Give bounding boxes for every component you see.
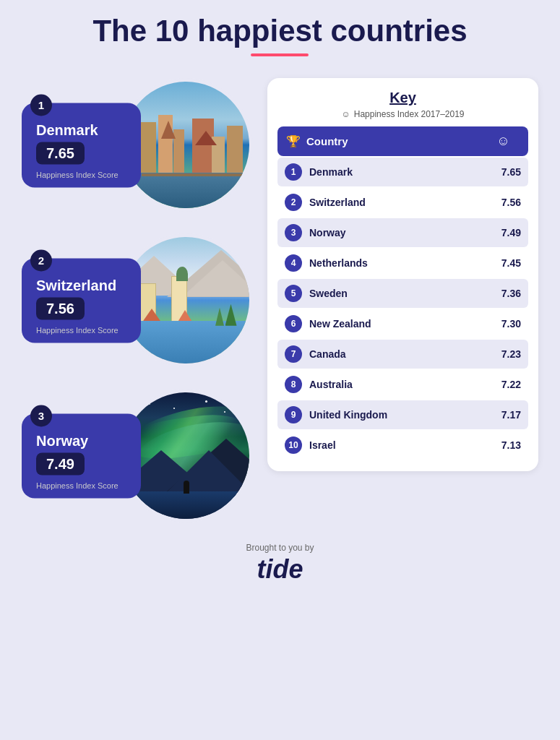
trophy-icon: 🏆: [286, 134, 301, 148]
row-rank: 1: [285, 163, 302, 181]
row-score: 7.30: [488, 318, 521, 330]
row-rank: 7: [285, 345, 302, 363]
title-section: The 10 happiest countries: [92, 14, 467, 56]
table-header: 🏆 Country ☺: [277, 126, 528, 156]
table-row: 2Switzerland7.56: [277, 188, 528, 217]
row-rank: 6: [285, 315, 302, 332]
rank-badge-norway: 3: [30, 405, 52, 426]
table-row: 10Israel7.13: [277, 431, 528, 460]
row-score: 7.65: [488, 166, 521, 178]
row-country: United Kingdom: [309, 409, 488, 421]
table-row: 8Australia7.22: [277, 370, 528, 399]
key-title: Key: [277, 90, 528, 106]
row-country: New Zealand: [309, 318, 488, 330]
row-country: Australia: [309, 379, 488, 390]
content-row: 1 Denmark 7.65 Happiness Index Score: [22, 78, 538, 522]
table-row: 6New Zealand7.30: [277, 309, 528, 338]
figure: [184, 481, 189, 494]
country-card-denmark: 1 Denmark 7.65 Happiness Index Score: [22, 78, 253, 212]
water: [123, 491, 249, 520]
table-row: 3Norway7.49: [277, 218, 528, 247]
footer: Brought to you by tide: [22, 535, 538, 592]
smile-emoji: ☺: [341, 109, 350, 119]
main-container: The 10 happiest countries 1 Denmark 7.65…: [0, 0, 560, 599]
row-country: Switzerland: [309, 197, 488, 208]
table-row: 5Sweden7.36: [277, 279, 528, 308]
row-rank: 8: [285, 376, 302, 393]
footer-brand: tide: [29, 554, 531, 585]
row-country: Sweden: [309, 288, 488, 299]
country-info-denmark: 1 Denmark 7.65 Happiness Index Score: [22, 103, 141, 187]
score-box-norway: 7.49: [36, 452, 85, 475]
page-title: The 10 happiest countries: [92, 14, 467, 48]
country-info-switzerland: 2 Switzerland 7.56 Happiness Index Score: [22, 258, 141, 343]
rank-badge-switzerland: 2: [30, 249, 52, 271]
country-name-norway: Norway: [36, 432, 88, 448]
row-country: Israel: [309, 439, 488, 451]
mountain-3: [162, 450, 249, 497]
row-score: 7.49: [488, 227, 521, 238]
country-name-denmark: Denmark: [36, 121, 98, 137]
footer-small: Brought to you by: [29, 543, 531, 553]
key-subtitle: ☺ Happiness Index 2017–2019: [277, 109, 528, 119]
key-subtitle-text: Happiness Index 2017–2019: [354, 109, 465, 119]
row-country: Denmark: [309, 166, 488, 178]
score-box-denmark: 7.65: [36, 142, 85, 164]
country-name-switzerland: Switzerland: [36, 277, 116, 293]
country-card-switzerland: 2 Switzerland 7.56 Happiness Index Score: [22, 233, 253, 367]
row-score: 7.17: [488, 409, 521, 421]
right-panel: Key ☺ Happiness Index 2017–2019 🏆 Countr…: [267, 78, 538, 471]
score-label-denmark: Happiness Index Score: [36, 170, 119, 178]
table-row: 1Denmark7.65: [277, 158, 528, 186]
row-rank: 3: [285, 224, 302, 241]
row-country: Canada: [309, 348, 488, 360]
row-rank: 2: [285, 194, 302, 211]
table-row: 9United Kingdom7.17: [277, 400, 528, 429]
table-body: 1Denmark7.652Switzerland7.563Norway7.494…: [277, 158, 528, 460]
table-row: 7Canada7.23: [277, 340, 528, 369]
row-score: 7.45: [488, 257, 521, 269]
country-info-norway: 3 Norway 7.49 Happiness Index Score: [22, 413, 141, 498]
header-country: Country: [306, 135, 487, 147]
row-rank: 10: [285, 436, 302, 454]
row-rank: 5: [285, 285, 302, 302]
row-country: Netherlands: [309, 257, 488, 269]
key-section: Key ☺ Happiness Index 2017–2019: [277, 90, 528, 119]
row-score: 7.56: [488, 197, 521, 208]
row-country: Norway: [309, 227, 488, 238]
header-score: ☺: [487, 134, 520, 149]
row-score: 7.23: [488, 348, 521, 360]
row-rank: 4: [285, 254, 302, 272]
title-underline: [251, 53, 309, 56]
row-rank: 9: [285, 406, 302, 423]
score-box-switzerland: 7.56: [36, 297, 85, 319]
row-score: 7.22: [488, 379, 521, 390]
table-row: 4Netherlands7.45: [277, 249, 528, 278]
score-label-norway: Happiness Index Score: [36, 481, 119, 489]
rank-badge-denmark: 1: [30, 94, 52, 116]
row-score: 7.13: [488, 439, 521, 451]
left-panel: 1 Denmark 7.65 Happiness Index Score: [22, 78, 253, 522]
row-score: 7.36: [488, 288, 521, 299]
country-card-norway: 3 Norway 7.49 Happiness Index Score: [22, 389, 253, 522]
score-label-switzerland: Happiness Index Score: [36, 325, 119, 334]
